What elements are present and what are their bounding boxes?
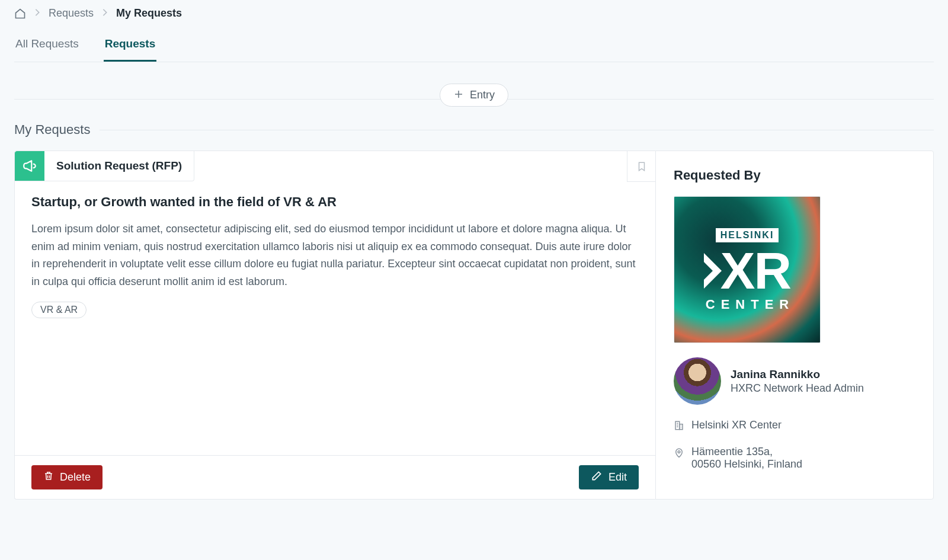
chevron-right-icon (102, 7, 108, 20)
section-heading-row: My Requests (14, 122, 934, 137)
requester-person[interactable]: Janina Rannikko HXRC Network Head Admin (674, 357, 915, 405)
pencil-icon (591, 470, 603, 485)
requested-by-heading: Requested By (674, 168, 915, 183)
edit-button[interactable]: Edit (579, 465, 639, 489)
divider (100, 130, 934, 130)
home-icon[interactable] (14, 8, 26, 20)
entry-divider: Entry (14, 66, 934, 117)
map-pin-icon (674, 446, 684, 462)
delete-button[interactable]: Delete (31, 465, 103, 489)
address-line-2: 00560 Helsinki, Finland (691, 458, 802, 471)
requester-name: Janina Rannikko (731, 368, 864, 381)
request-title: Startup, or Growth wanted in the field o… (31, 194, 639, 210)
requested-by-panel: Requested By HELSINKI XR CENTER Janina R… (655, 151, 934, 500)
breadcrumb: Requests My Requests (14, 5, 934, 30)
requester-role: HXRC Network Head Admin (731, 382, 864, 395)
card-footer: Delete Edit (15, 455, 655, 499)
org-logo[interactable]: HELSINKI XR CENTER (674, 196, 821, 343)
delete-label: Delete (60, 471, 91, 484)
megaphone-icon (15, 151, 44, 181)
bookmark-button[interactable] (627, 151, 655, 182)
request-card: Solution Request (RFP) Startup, or Growt… (14, 151, 655, 500)
tag-row: VR & AR (31, 302, 639, 318)
plus-icon (453, 89, 464, 101)
breadcrumb-requests[interactable]: Requests (49, 7, 94, 20)
add-entry-label: Entry (470, 89, 495, 101)
tab-all-requests[interactable]: All Requests (14, 30, 80, 62)
trash-icon (43, 470, 54, 485)
breadcrumb-my-requests: My Requests (116, 7, 182, 20)
request-description: Lorem ipsum dolor sit amet, consectetur … (31, 220, 639, 291)
chevron-right-icon (34, 7, 40, 20)
org-logo-mid: XR (700, 245, 795, 297)
section-heading: My Requests (14, 122, 90, 137)
tag[interactable]: VR & AR (31, 302, 87, 318)
address-row: Hämeentie 135a, 00560 Helsinki, Finland (674, 446, 915, 471)
request-type-label: Solution Request (RFP) (44, 159, 194, 172)
org-logo-bot: CENTER (700, 298, 795, 311)
edit-label: Edit (608, 471, 627, 484)
building-icon (674, 419, 684, 434)
svg-rect-1 (680, 424, 683, 430)
address-line-1: Hämeentie 135a, (691, 446, 802, 458)
tab-requests[interactable]: Requests (104, 30, 157, 62)
svg-point-2 (678, 451, 680, 453)
org-logo-top: HELSINKI (716, 228, 779, 242)
tabs: All Requests Requests (14, 30, 934, 62)
avatar (674, 357, 721, 405)
request-type-badge: Solution Request (RFP) (15, 151, 194, 181)
org-row[interactable]: Helsinki XR Center (674, 419, 915, 434)
add-entry-button[interactable]: Entry (440, 84, 508, 107)
org-name: Helsinki XR Center (691, 419, 782, 431)
